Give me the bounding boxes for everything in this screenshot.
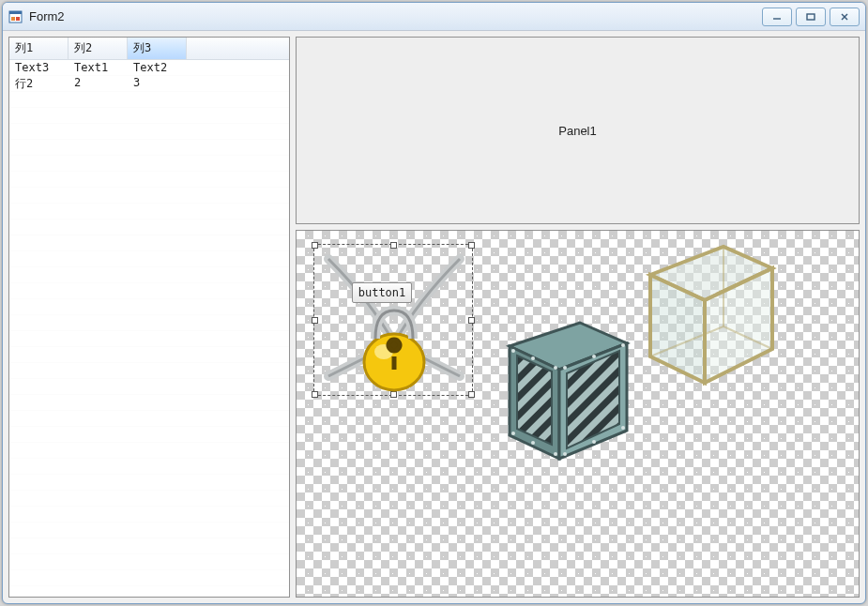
listview-body[interactable]: Text3 Text1 Text2 行2 2 3: [9, 60, 289, 597]
minimize-button[interactable]: [762, 8, 792, 26]
cell: 2: [69, 75, 128, 90]
svg-rect-3: [16, 17, 20, 21]
form-icon: [8, 9, 23, 24]
svg-point-29: [621, 343, 625, 347]
svg-rect-2: [11, 17, 15, 21]
glass-cube-icon: [620, 233, 789, 397]
listview-row[interactable]: Text3 Text1 Text2: [9, 60, 289, 75]
maximize-button[interactable]: [796, 8, 826, 26]
svg-rect-1: [9, 11, 22, 14]
right-column: Panel1: [296, 37, 860, 598]
svg-point-25: [531, 441, 535, 445]
svg-point-23: [554, 366, 557, 370]
cell: Text1: [69, 60, 128, 75]
svg-point-24: [511, 432, 515, 435]
column-header-filler: [187, 38, 289, 59]
cell: 3: [128, 75, 187, 90]
listview-header: 列1 列2 列3: [9, 38, 289, 60]
designer-selection[interactable]: button1: [313, 244, 473, 396]
app-window: Form2 列1 列2 列3 Text3: [2, 2, 866, 604]
cell: Text3: [9, 60, 69, 75]
cell: 行2: [9, 75, 69, 90]
client-area: 列1 列2 列3 Text3 Text1 Text2 行2 2 3: [8, 37, 860, 598]
button1[interactable]: button1: [352, 282, 412, 303]
svg-point-32: [621, 426, 625, 430]
svg-point-22: [531, 356, 535, 360]
listview-row[interactable]: 行2 2 3: [9, 75, 289, 90]
svg-point-27: [563, 366, 567, 370]
cell: Text2: [128, 60, 187, 75]
panel1[interactable]: Panel1: [296, 37, 860, 224]
svg-point-21: [511, 349, 515, 353]
column-header-2[interactable]: 列3: [128, 38, 187, 59]
svg-rect-5: [807, 14, 815, 20]
svg-marker-19: [517, 356, 552, 445]
titlebar[interactable]: Form2: [3, 3, 865, 31]
padlock-chains-icon: [314, 245, 474, 414]
panel1-label: Panel1: [558, 124, 596, 138]
column-header-1[interactable]: 列2: [69, 38, 128, 59]
listview[interactable]: 列1 列2 列3 Text3 Text1 Text2 行2 2 3: [8, 37, 290, 598]
svg-point-30: [563, 452, 567, 456]
window-title: Form2: [29, 9, 762, 23]
svg-point-31: [592, 440, 596, 444]
window-controls: [762, 8, 860, 26]
svg-point-28: [592, 355, 596, 358]
column-header-0[interactable]: 列1: [9, 38, 69, 59]
design-panel[interactable]: button1: [296, 230, 860, 598]
metal-crate-icon: [486, 304, 641, 477]
close-button[interactable]: [830, 8, 860, 26]
svg-point-26: [554, 452, 557, 456]
